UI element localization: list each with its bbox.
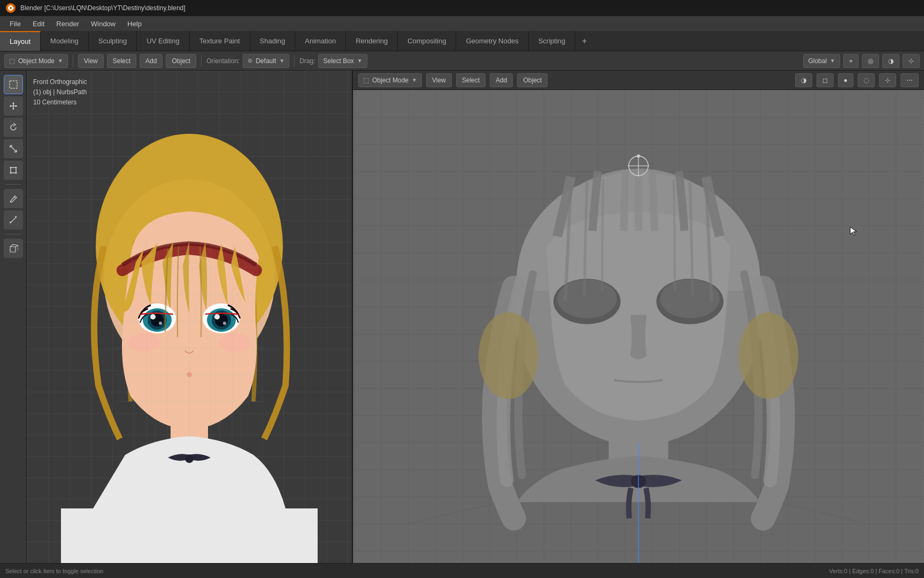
right-mode-dropdown[interactable]: ⬚ Object Mode ▼ [358,73,422,87]
orientation-dropdown[interactable]: ⊛ Default ▼ [243,54,289,68]
separator-1 [73,55,73,67]
right-view-btn[interactable]: View [426,73,452,87]
svg-line-9 [10,217,17,223]
drag-dropdown[interactable]: Select Box ▼ [318,54,367,68]
right-panel-header: ⬚ Object Mode ▼ View Select Add Object [353,71,924,90]
material-preview-btn[interactable]: ◌ [858,73,875,87]
overlay-icon: ⊹ [885,77,890,84]
svg-point-60 [637,155,640,158]
wireframe-btn[interactable]: ◻ [817,73,834,87]
move-tool-btn[interactable] [4,96,23,116]
gizmo-icon: ⊹ [908,57,914,65]
overlay-btn[interactable]: ⊹ [879,73,896,87]
select-menu-btn[interactable]: Select [107,54,136,68]
right-select-btn[interactable]: Select [456,73,486,87]
solid-shading-btn[interactable]: ◑ [795,73,812,87]
svg-point-29 [219,333,251,352]
toolbar-row: ⬚ Object Mode ▼ View Select Add Object O… [0,51,924,71]
rotate-tool-btn[interactable] [4,118,23,137]
status-bar: Select or click item to toggle selection… [0,563,924,578]
gizmo-btn[interactable]: ⊹ [903,54,920,68]
view-label: View [84,57,98,65]
viewport-left-info: Front Orthographic (1) obj | NurbsPath 1… [33,77,87,108]
tab-bar: Layout Modeling Sculpting UV Editing Tex… [0,31,924,51]
add-object-tool-btn[interactable] [4,239,23,258]
add-menu-btn[interactable]: Add [140,54,163,68]
separator-3 [294,55,295,67]
wireframe-icon: ◻ [822,77,828,84]
menu-help[interactable]: Help [122,18,147,29]
view-menu-btn[interactable]: View [78,54,104,68]
xray-btn[interactable]: ⋯ [900,73,919,87]
svg-point-2 [10,7,12,9]
blender-logo [5,3,16,13]
tab-layout[interactable]: Layout [0,31,41,51]
svg-point-54 [738,312,798,399]
svg-point-25 [214,314,220,320]
rotate-icon [9,123,18,132]
tab-modeling[interactable]: Modeling [41,31,89,51]
snapping-icon: ⌖ [849,57,853,65]
select-box-tool-btn[interactable] [4,75,23,94]
tab-scripting[interactable]: Scripting [529,31,576,51]
menu-file[interactable]: File [4,18,26,29]
add-label: Add [145,57,157,65]
left-toolbar [0,71,27,578]
select-box-icon [9,80,18,89]
proportional-btn[interactable]: ◎ [862,54,879,68]
viewport-right[interactable]: ⬚ Object Mode ▼ View Select Add Object [353,71,924,578]
transform-icon [9,165,18,175]
right-object-btn[interactable]: Object [517,73,548,87]
viewport-shading-btn[interactable]: ◑ [882,54,899,68]
scale-tool-btn[interactable] [4,139,23,158]
global-dropdown[interactable]: Global ▼ [803,54,840,68]
xray-icon: ⋯ [906,77,913,84]
tool-separator-1 [5,184,21,185]
right-mode-icon: ⬚ [363,77,369,84]
menu-window[interactable]: Window [86,18,121,29]
tab-geometry-nodes[interactable]: Geometry Nodes [456,31,528,51]
tab-rendering[interactable]: Rendering [346,31,398,51]
menu-edit[interactable]: Edit [27,18,50,29]
menu-bar: File Edit Render Window Help [0,16,924,31]
svg-point-8 [15,172,17,174]
right-mode-arrow: ▼ [412,77,417,83]
transform-tool-btn[interactable] [4,161,23,180]
title-bar: Blender [C:\Users\LQN\Desktop\YT\Destiny… [0,0,924,16]
measure-tool-btn[interactable] [4,210,23,230]
object-menu-btn[interactable]: Object [166,54,196,68]
right-mode-label: Object Mode [372,77,409,84]
tab-add-button[interactable]: + [575,31,593,51]
viewport-container: Front Orthographic (1) obj | NurbsPath 1… [27,71,924,578]
tab-sculpting[interactable]: Sculpting [89,31,137,51]
tab-uv-editing[interactable]: UV Editing [137,31,189,51]
3d-model-viewport [353,90,924,578]
object-mode-dropdown[interactable]: ⬚ Object Mode ▼ [4,54,68,68]
tab-compositing[interactable]: Compositing [398,31,456,51]
right-add-btn[interactable]: Add [490,73,513,87]
solid-shading-icon: ◑ [801,77,806,84]
add-cube-icon [9,244,18,253]
rendered-btn[interactable]: ● [838,73,853,87]
global-dropdown-arrow: ▼ [830,58,835,64]
tool-separator-2 [5,234,21,234]
viewport-left[interactable]: Front Orthographic (1) obj | NurbsPath 1… [27,71,353,578]
orientation-dropdown-arrow: ▼ [279,58,284,64]
move-icon [9,101,18,111]
svg-point-31 [185,454,194,463]
snapping-btn[interactable]: ⌖ [843,54,859,68]
menu-render[interactable]: Render [51,18,84,29]
right-view-label: View [432,77,446,84]
annotate-tool-btn[interactable] [4,189,23,208]
tab-texture-paint[interactable]: Texture Paint [190,31,250,51]
tab-shading[interactable]: Shading [250,31,296,51]
window-title: Blender [C:\Users\LQN\Desktop\YT\Destiny… [20,4,186,12]
svg-point-28 [128,333,160,352]
status-right: Verts:0 | Edges:0 | Faces:0 | Tris:0 [829,568,919,574]
orientation-icon: ⊛ [248,57,252,64]
svg-point-6 [15,167,17,169]
obj-info-label: (1) obj | NurbsPath [33,87,87,97]
tab-animation[interactable]: Animation [295,31,346,51]
global-label: Global [808,57,827,65]
svg-point-5 [10,167,11,169]
